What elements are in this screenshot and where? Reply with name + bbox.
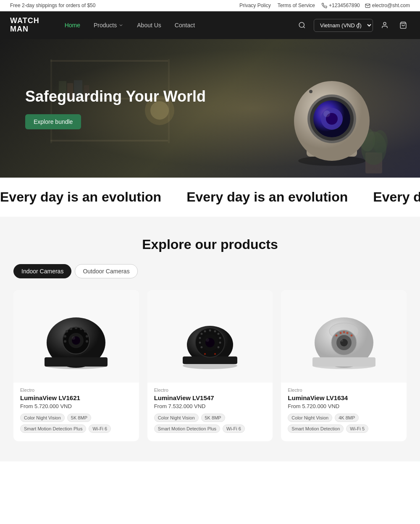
svg-point-56 [217,346,219,348]
svg-point-50 [204,330,206,333]
svg-point-73 [343,331,345,333]
product-tags-1: Color Night Vision 5K 8MP Smart Motion D… [20,414,132,433]
tag-3-1: 4K 8MP [335,414,359,422]
terms-link[interactable]: Terms of Service [278,3,315,8]
tag-3-3: Wi-Fi 5 [346,424,368,433]
product-image-3 [281,290,407,383]
product-price-3: From 5.720.000 VND [288,403,400,409]
svg-point-37 [84,330,87,333]
svg-rect-6 [50,60,168,62]
svg-point-40 [64,335,66,338]
svg-point-71 [335,335,337,337]
search-icon [298,21,306,29]
search-button[interactable] [295,18,309,32]
navbar: WATCH MAN Home Products About Us Contact… [0,11,420,39]
email-address: electro@sht.com [372,3,410,8]
email-icon [365,3,370,8]
svg-point-59 [200,346,202,348]
product-name-2: LuminaView LV1547 [154,394,266,401]
svg-point-64 [206,338,209,342]
camera-dome-black-svg [34,303,118,370]
cart-button[interactable] [396,18,410,32]
phone-icon [322,3,327,8]
svg-point-44 [72,336,75,340]
svg-point-74 [346,332,348,334]
currency-selector[interactable]: Vietnam (VND ₫) USD $ EUR € [314,19,373,32]
product-card-2[interactable]: Electro LuminaView LV1547 From 7.532.000… [147,290,273,441]
nav-products[interactable]: Products [89,18,129,32]
product-info-3: Electro LuminaView LV1634 From 5.720.000… [281,383,407,433]
product-tags-3: Color Night Vision 4K 8MP Smart Motion D… [288,414,400,433]
svg-rect-67 [312,357,375,367]
hero-section: Safeguarding Your World Explore bundle [0,39,420,178]
tag-1-0: Color Night Vision [20,414,65,422]
explore-bundle-button[interactable]: Explore bundle [25,114,81,129]
products-section: Explore our products Indoor Cameras Outd… [0,217,420,461]
product-brand-1: Electro [20,388,132,393]
logo[interactable]: WATCH MAN [10,17,39,34]
marquee-item-2: Every day is an evolution [186,189,348,205]
svg-point-27 [323,110,330,117]
svg-point-2 [383,22,386,25]
product-image-1 [13,290,139,383]
products-grid: Electro LuminaView LV1621 From 5.720.000… [13,290,407,441]
svg-point-58 [199,342,201,344]
tag-1-2: Smart Motion Detection Plus [20,424,86,433]
tab-outdoor-cameras[interactable]: Outdoor Cameras [75,264,137,278]
tab-indoor-cameras[interactable]: Indoor Cameras [13,264,71,278]
svg-point-51 [209,330,211,332]
svg-point-0 [299,22,304,27]
nav-about[interactable]: About Us [132,18,166,32]
product-card-3[interactable]: Electro LuminaView LV1634 From 5.720.000… [281,290,407,441]
phone-info: +1234567890 [322,3,360,8]
svg-point-53 [217,333,219,335]
svg-line-1 [303,26,304,28]
logo-line2: MAN [10,25,39,34]
chevron-down-icon [118,23,123,28]
product-card-1[interactable]: Electro LuminaView LV1621 From 5.720.000… [13,290,139,441]
marquee-track: Every day is an evolution Every day is a… [0,189,420,205]
product-info-1: Electro LuminaView LV1621 From 5.720.000… [13,383,139,433]
shipping-notice: Free 2-day shippings for orders of $50 [10,3,95,8]
svg-point-61 [214,353,216,355]
svg-point-54 [219,337,221,339]
nav-home[interactable]: Home [60,18,85,32]
email-info: electro@sht.com [365,3,410,8]
svg-point-34 [70,328,72,330]
camera-svg [277,50,386,167]
tag-1-3: Wi-Fi 6 [89,424,111,433]
product-name-1: LuminaView LV1621 [20,394,132,401]
camera-dome-white-svg [302,303,386,370]
svg-point-55 [219,342,221,344]
products-section-title: Explore our products [13,237,407,252]
hero-camera-illustration [277,50,386,167]
top-bar-right: Privacy Policy Terms of Service +1234567… [239,3,410,8]
tag-3-0: Color Night Vision [288,414,332,422]
svg-point-77 [341,339,343,342]
marquee-item-1: Every day is an evolution [0,189,161,205]
svg-point-33 [66,330,68,333]
svg-point-35 [75,327,77,329]
tag-2-2: Smart Motion Detection Plus [154,424,220,433]
account-button[interactable] [378,18,391,32]
svg-point-36 [80,328,82,330]
privacy-link[interactable]: Privacy Policy [239,3,271,8]
svg-point-57 [199,337,201,339]
tag-3-2: Smart Motion Detection [288,424,344,433]
nav-icons: Vietnam (VND ₫) USD $ EUR € [295,18,410,32]
svg-point-41 [64,340,66,343]
tag-1-1: 5K 8MP [67,414,91,422]
product-info-2: Electro LuminaView LV1547 From 7.532.000… [147,383,273,433]
svg-point-52 [214,330,216,333]
nav-contact[interactable]: Contact [170,18,200,32]
camera-bullet-black-svg [168,303,252,370]
cart-icon [399,21,407,29]
svg-point-39 [86,340,88,343]
top-bar: Free 2-day shippings for orders of $50 P… [0,0,420,11]
category-tabs: Indoor Cameras Outdoor Cameras [13,264,407,278]
product-tags-2: Color Night Vision 5K 8MP Smart Motion D… [154,414,266,433]
nav-links: Home Products About Us Contact [60,18,282,32]
svg-point-49 [200,333,202,335]
contact-info: +1234567890 electro@sht.com [322,3,410,8]
marquee-section: Every day is an evolution Every day is a… [0,178,420,217]
